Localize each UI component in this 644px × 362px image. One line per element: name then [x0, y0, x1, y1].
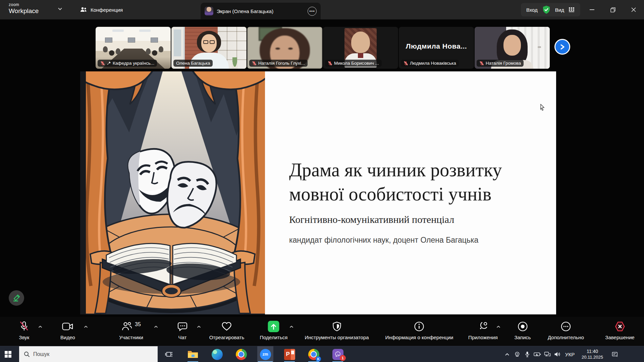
audio-button[interactable]: Звук	[19, 317, 30, 346]
apps-options-chevron[interactable]	[496, 325, 501, 328]
pin-icon	[107, 61, 111, 65]
record-icon	[518, 321, 528, 331]
tray-battery-icon[interactable]	[532, 346, 542, 362]
chat-options-chevron[interactable]	[197, 325, 201, 328]
tab-conference[interactable]: Конференция	[80, 0, 123, 19]
pencil-icon	[12, 294, 20, 302]
restore-button[interactable]	[602, 0, 623, 19]
participant-name-label: Наталія Гоголь Глухі...	[249, 60, 308, 67]
language-indicator[interactable]: УКР	[562, 352, 577, 357]
minimize-button[interactable]	[582, 0, 602, 19]
security-shield-icon[interactable]	[542, 5, 550, 14]
video-tile-kafedra[interactable]: Кафедра українсь...	[96, 27, 171, 69]
camera-icon	[62, 322, 73, 330]
participants-strip: Кафедра українсь... Олена Багацька	[96, 27, 550, 69]
mic-muted-icon	[19, 321, 29, 332]
chevron-right-icon	[560, 44, 565, 50]
windows-taskbar: zm P K 1 УКР 11	[0, 346, 644, 362]
participants-count: 35	[135, 321, 141, 327]
mic-muted-icon	[404, 61, 408, 66]
file-explorer-icon	[187, 350, 198, 359]
meeting-toolbar: Звук Видео 35 Участники Чат Отреагироват…	[0, 317, 644, 346]
apps-icon	[478, 321, 488, 331]
tray-volume-icon[interactable]	[552, 346, 562, 362]
task-view-button[interactable]	[161, 346, 177, 362]
apps-button[interactable]: Приложения	[468, 317, 498, 346]
taskbar-clock[interactable]: 11:40 20.11.2025	[577, 349, 607, 360]
chevron-down-icon[interactable]	[58, 7, 62, 10]
zoom-workplace-logo: zoom Workplace	[9, 3, 39, 14]
host-tools-button[interactable]: Инструменты организатора	[305, 317, 369, 346]
sign-in-button[interactable]: Вход	[526, 7, 538, 13]
participant-name-label: Кафедра українсь...	[98, 60, 157, 67]
video-tile-mykola[interactable]: Микола Борисович ...	[323, 27, 398, 69]
chrome-button[interactable]	[233, 346, 249, 362]
react-button[interactable]: Отреагировать	[209, 317, 245, 346]
powerpoint-icon: P	[284, 349, 295, 360]
viber-notification-badge: 1	[340, 355, 346, 361]
slide-subtitle: Когнітивно-комунікативний потенціал	[289, 214, 454, 225]
record-button[interactable]: Запись	[514, 317, 531, 346]
video-tile-natalia-gogol[interactable]: Наталія Гоголь Глухі...	[247, 27, 322, 69]
chrome-profile-button[interactable]: K	[306, 346, 322, 362]
video-options-chevron[interactable]	[84, 325, 88, 328]
more-button[interactable]: Дополнительно	[548, 317, 584, 346]
mic-muted-icon	[479, 61, 484, 66]
chat-button[interactable]: Чат	[177, 317, 188, 346]
file-explorer-button[interactable]	[185, 346, 201, 362]
mouse-cursor	[540, 104, 545, 111]
taskbar-search-box[interactable]	[19, 346, 158, 362]
system-tray: УКР 11:40 20.11.2025	[502, 346, 622, 362]
tab-screen-share-label: Экран (Олена Багацька)	[217, 8, 304, 14]
windows-logo-icon	[5, 351, 11, 358]
taskbar-time: 11:40	[577, 349, 607, 354]
tray-microphone-icon[interactable]	[522, 346, 532, 362]
video-tile-hromova[interactable]: Наталія Громова	[475, 27, 550, 69]
next-participants-button[interactable]	[554, 39, 570, 55]
window-controls	[582, 0, 644, 19]
heart-icon	[221, 321, 232, 331]
audio-options-chevron[interactable]	[38, 325, 43, 328]
slide-title: Драма як чинник розвитку мовної особисто…	[289, 158, 544, 206]
chrome-profile-badge: K	[316, 356, 321, 362]
video-button[interactable]: Видео	[60, 317, 75, 346]
chrome-icon	[236, 349, 247, 360]
search-highlight-image[interactable]	[123, 346, 158, 362]
end-meeting-button[interactable]: Завершение	[605, 317, 634, 346]
share-options-chevron[interactable]	[289, 325, 294, 328]
zoom-app-icon: zm	[260, 349, 271, 360]
action-center-button[interactable]	[607, 346, 622, 362]
meeting-info-button[interactable]: Информация о конференции	[385, 317, 453, 346]
tab-more-icon[interactable]: •••	[308, 7, 317, 16]
tray-chevron-up-icon[interactable]	[502, 346, 512, 362]
edge-icon	[212, 349, 223, 360]
share-screen-button[interactable]: Поделиться	[260, 317, 288, 346]
participants-options-chevron[interactable]	[154, 325, 158, 328]
participants-button[interactable]: 35 Участники	[119, 317, 143, 346]
search-input[interactable]	[33, 351, 107, 357]
taskbar-date: 20.11.2025	[577, 354, 607, 360]
video-tile-olena-bagatska[interactable]: Олена Багацька	[171, 27, 247, 69]
participant-name-label: Людмила Новаківська	[401, 60, 459, 67]
view-button[interactable]: Вид	[555, 7, 564, 13]
tray-network-icon[interactable]	[542, 346, 552, 362]
logo-zoom-text: zoom	[9, 3, 39, 7]
title-bar: zoom Workplace Конференция Экран (Олена …	[0, 0, 644, 19]
zoom-app-button[interactable]: zm	[257, 346, 273, 362]
participants-icon	[121, 321, 132, 331]
annotate-button[interactable]	[9, 290, 24, 306]
more-icon	[561, 321, 571, 331]
view-grid-icon[interactable]	[569, 7, 575, 12]
titlebar-right-group: Вход Вид	[521, 3, 580, 16]
powerpoint-button[interactable]: P	[281, 346, 298, 362]
viber-button[interactable]: 1	[330, 346, 346, 362]
start-button[interactable]	[0, 346, 16, 362]
tray-camera-icon[interactable]	[512, 346, 522, 362]
close-button[interactable]	[623, 0, 644, 19]
video-tile-lyudmila[interactable]: Людмила Нова... Людмила Новаківська	[399, 27, 474, 69]
avatar	[205, 7, 213, 15]
edge-button[interactable]	[209, 346, 225, 362]
tab-screen-share[interactable]: Экран (Олена Багацька) •••	[201, 3, 321, 19]
share-up-arrow-icon	[271, 323, 277, 330]
chat-icon	[177, 321, 188, 331]
